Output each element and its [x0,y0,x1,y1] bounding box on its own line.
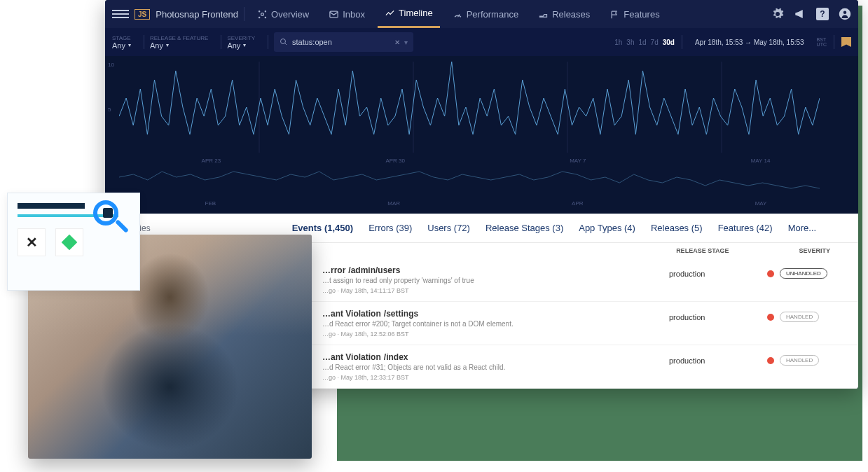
row-stage: production [669,265,767,278]
severity-dot [767,357,774,364]
time-range-picker[interactable]: 1h 3h 1d 7d 30d [614,39,675,46]
row-stage: production [669,352,767,365]
filter-release[interactable]: RELEASE & FEATURE Any [150,34,215,51]
svg-point-3 [259,17,260,18]
nav-overview[interactable]: Overview [250,0,316,28]
svg-point-9 [280,39,285,44]
user-icon[interactable] [839,8,851,20]
nav-features[interactable]: Features [602,0,666,28]
diamond-icon [55,228,83,256]
settings-icon[interactable] [771,8,784,20]
tab-releases[interactable]: Releases (5) [651,223,703,233]
svg-point-1 [259,11,260,11]
tab-more[interactable]: More... [788,223,816,233]
hamburger-icon[interactable] [112,6,129,22]
tab-users[interactable]: Users (72) [427,223,470,233]
announce-icon[interactable] [794,8,806,20]
search-box: ✕ ▾ [274,32,413,52]
svg-point-4 [265,17,266,18]
date-range[interactable]: Apr 18th, 15:53 → May 18th, 15:53 [689,39,810,46]
chart-main-svg [119,62,820,153]
language-badge: JS [135,9,150,20]
severity-badge: UNHANDLED [780,268,827,279]
nav-timeline[interactable]: Timeline [378,0,440,28]
svg-point-8 [843,11,847,15]
severity-dot [767,270,774,277]
filter-severity[interactable]: SEVERITY Any [227,34,262,51]
search-icon [280,38,288,46]
timeline-chart[interactable]: 105 APR 23APR 30 MAY 7MAY 14 FEBMAR APRM… [105,56,858,214]
help-icon[interactable]: ? [816,8,829,20]
search-widget: ✕ [7,193,140,291]
severity-badge: HANDLED [780,312,819,322]
severity-dot [767,314,774,321]
x-icon: ✕ [18,228,46,256]
search-input[interactable] [292,38,390,46]
svg-point-2 [265,11,266,11]
clear-search-icon[interactable]: ✕ [394,39,400,46]
topbar: JS Photosnap Frontend Overview Inbox Tim… [105,0,858,28]
tab-errors[interactable]: Errors (39) [368,223,412,233]
nav-inbox[interactable]: Inbox [322,0,372,28]
tab-release-stages[interactable]: Release Stages (3) [485,223,563,233]
chart-mini-svg [119,166,820,194]
filter-bar: STAGE Any RELEASE & FEATURE Any SEVERITY… [105,28,858,56]
magnify-icon [93,200,132,240]
severity-badge: HANDLED [780,355,819,366]
tab-features[interactable]: Features (42) [718,223,773,233]
nav-releases[interactable]: Releases [531,0,597,28]
tab-events[interactable]: Events (1,450) [292,223,353,233]
svg-line-10 [284,43,287,46]
tab-app-types[interactable]: App Types (4) [579,223,635,233]
filter-stage[interactable]: STAGE Any [112,34,138,51]
project-title: Photosnap Frontend [156,9,238,20]
nav-performance[interactable]: Performance [446,0,525,28]
svg-point-0 [261,13,264,15]
row-stage: production [669,309,767,321]
bookmark-icon[interactable] [841,37,851,47]
